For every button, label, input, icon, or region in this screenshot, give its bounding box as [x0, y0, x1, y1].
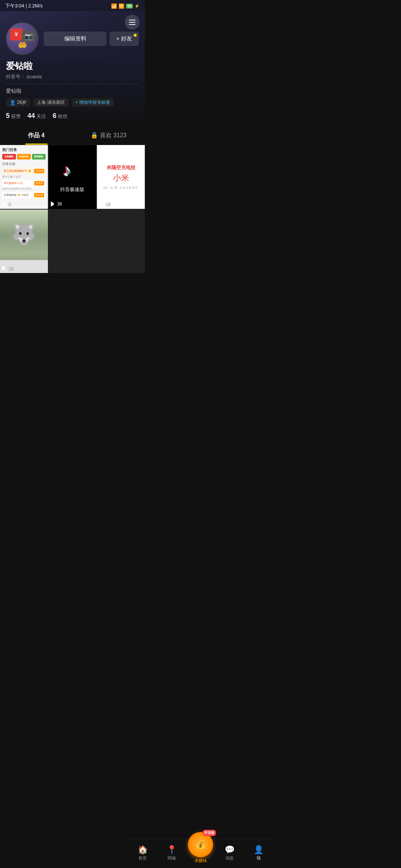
task-hot-title: 热门任务	[2, 147, 46, 152]
video-item-4[interactable]: 🐺 18	[0, 210, 48, 273]
play-count-3: 18	[99, 201, 110, 207]
user-info: 爱钻啦 抖音号： izuanla 爱钻啦 👤 26岁 上海·浦东新区 + 增加学…	[0, 60, 145, 126]
red-envelope-icon: ¥	[10, 29, 23, 40]
play-count-4: 18	[2, 266, 13, 271]
task-row-1: 看文章或视频赚金币 🪙 点击领	[2, 168, 46, 174]
dog-icon: 🐺	[11, 222, 37, 246]
tiktok-thumbnail: ♪ ♪ ♪ 抖音极速版	[49, 145, 97, 209]
age-tag[interactable]: 👤 26岁	[6, 98, 30, 107]
video-grid: 热门任务 走路赚钱 吃饭补贴 睡觉赚钱 日常任务 看文章或视频赚金币 🪙 点击领…	[0, 145, 145, 273]
profile-actions: 编辑资料 + 好友	[44, 32, 139, 46]
video-item-3[interactable]: 米隔空充电技 小米 MI AIR CHARGE 18	[97, 145, 145, 209]
menu-button[interactable]	[125, 15, 140, 30]
tiktok-note-white: ♪	[63, 161, 71, 180]
status-icons: 📶 🛜 58 ⚡	[111, 3, 140, 9]
bio: 爱钻啦	[6, 88, 139, 95]
mi-title: 米隔空充电技	[107, 164, 136, 171]
person-icon: 👤	[10, 100, 16, 105]
play-icon-2	[51, 201, 56, 207]
edit-profile-button[interactable]: 编辑资料	[44, 32, 107, 46]
avatar[interactable]: ¥ 📷 🤲	[6, 22, 39, 55]
followers-count: 6	[53, 112, 56, 120]
video-item-2[interactable]: ♪ ♪ ♪ 抖音极速版 38	[49, 145, 97, 209]
wifi-icon: 🛜	[118, 3, 124, 9]
likes-stat[interactable]: 5 获赞	[6, 112, 21, 120]
task-card-walk: 走路赚钱	[2, 154, 16, 160]
task-row-3: 分享给好友 🤝 +10元 去分享	[2, 192, 46, 198]
task-thumbnail: 热门任务 走路赚钱 吃饭补贴 睡觉赚钱 日常任务 看文章或视频赚金币 🪙 点击领…	[0, 145, 48, 209]
mi-thumbnail: 米隔空充电技 小米 MI AIR CHARGE	[97, 145, 145, 209]
following-count: 44	[27, 112, 35, 120]
tiktok-logo: ♪ ♪ ♪	[63, 161, 82, 180]
following-stat[interactable]: 44 关注	[27, 112, 46, 120]
profile-header: ¥ 📷 🤲 编辑资料 + 好友	[0, 11, 145, 60]
task-row-2-sub: 新用户首次使用10天内可填写	[2, 187, 46, 191]
add-friend-button[interactable]: + 好友	[110, 32, 139, 46]
tab-works[interactable]: 作品 4	[0, 126, 72, 145]
dog-thumbnail: 🐺	[0, 210, 48, 273]
task-daily-section: 日常任务	[2, 162, 46, 167]
uid-label: 抖音号：	[6, 74, 25, 79]
mi-logo-icon: 小米	[113, 172, 129, 184]
play-icon-4	[2, 266, 7, 271]
play-icon-3	[99, 201, 104, 207]
followers-stat[interactable]: 6 粉丝	[53, 112, 68, 120]
tabs-row: 作品 4 🔒 喜欢 3123	[0, 126, 145, 145]
tags-row: 👤 26岁 上海·浦东新区 + 增加学校等标签	[6, 98, 139, 107]
tiktok-app-name: 抖音极速版	[60, 186, 84, 193]
task-cards: 走路赚钱 吃饭补贴 睡觉赚钱	[2, 154, 46, 160]
username: 爱钻啦	[6, 60, 139, 72]
location-tag[interactable]: 上海·浦东新区	[33, 98, 68, 107]
task-row-2: 填写邀请码 +1元 去填写	[2, 180, 46, 187]
action-buttons: 编辑资料 + 好友	[44, 32, 139, 46]
mi-subtitle: MI AIR CHARGE	[104, 186, 138, 190]
add-friend-notification-dot	[134, 34, 137, 37]
video-item-1[interactable]: 热门任务 走路赚钱 吃饭补贴 睡觉赚钱 日常任务 看文章或视频赚金币 🪙 点击领…	[0, 145, 48, 209]
add-tag-button[interactable]: + 增加学校等标签	[72, 98, 114, 107]
signal-icon: 📶	[111, 3, 117, 9]
stats-row: 5 获赞 44 关注 6 粉丝	[6, 112, 139, 120]
task-card-food: 吃饭补贴	[17, 154, 31, 160]
status-time: 下午3:04 | 2.2M/s	[5, 3, 43, 9]
play-icon-1	[2, 201, 7, 207]
likes-label: 获赞	[11, 113, 21, 120]
divider	[6, 84, 139, 84]
profile-row: ¥ 📷 🤲 编辑资料 + 好友	[6, 15, 139, 60]
likes-count: 5	[6, 112, 10, 120]
task-row-1-sub: 累计已赚 0 金币	[2, 175, 46, 179]
battery-level: 58	[126, 4, 133, 9]
hand-tray-icon: 🤲	[18, 40, 27, 49]
play-count-2: 38	[51, 201, 62, 207]
avatar-inner: ¥ 📷 🤲	[9, 26, 35, 52]
uid-value: izuanla	[27, 74, 42, 79]
following-label: 关注	[36, 113, 46, 120]
task-card-sleep: 睡觉赚钱	[32, 154, 46, 160]
uid-row: 抖音号： izuanla	[6, 73, 139, 80]
play-count-1: 0	[2, 201, 11, 207]
tab-likes[interactable]: 🔒 喜欢 3123	[72, 126, 145, 145]
battery-icon: ⚡	[134, 4, 140, 9]
status-bar: 下午3:04 | 2.2M/s 📶 🛜 58 ⚡	[0, 0, 145, 11]
followers-label: 粉丝	[58, 113, 68, 120]
